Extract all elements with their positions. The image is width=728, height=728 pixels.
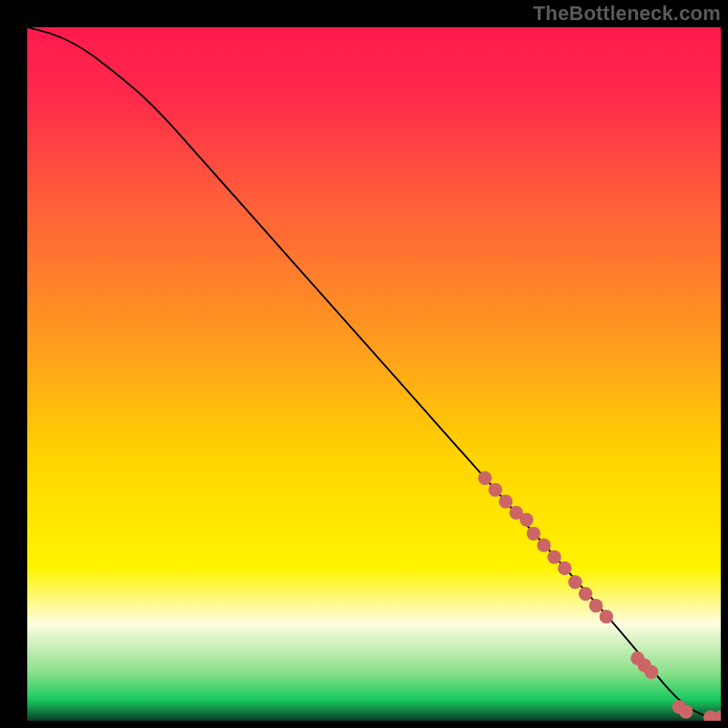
data-dot bbox=[548, 551, 561, 564]
data-dot bbox=[520, 512, 533, 526]
data-dot bbox=[679, 704, 693, 718]
chart-frame: TheBottleneck.com bbox=[0, 0, 728, 728]
data-dot bbox=[600, 610, 613, 623]
data-dot bbox=[579, 587, 592, 601]
data-dot bbox=[478, 471, 491, 485]
data-dot bbox=[568, 575, 581, 589]
data-dot bbox=[644, 665, 658, 679]
plot-area bbox=[27, 27, 721, 721]
curve-line bbox=[27, 27, 721, 717]
data-dot bbox=[589, 599, 602, 612]
data-dot bbox=[489, 483, 502, 497]
data-dot bbox=[713, 711, 721, 721]
data-dot bbox=[558, 561, 571, 575]
curve-dots bbox=[478, 471, 721, 721]
watermark-text: TheBottleneck.com bbox=[533, 2, 721, 25]
data-dot bbox=[499, 495, 512, 509]
data-dot bbox=[537, 539, 551, 552]
curve-layer bbox=[27, 27, 721, 721]
data-dot bbox=[527, 527, 541, 541]
